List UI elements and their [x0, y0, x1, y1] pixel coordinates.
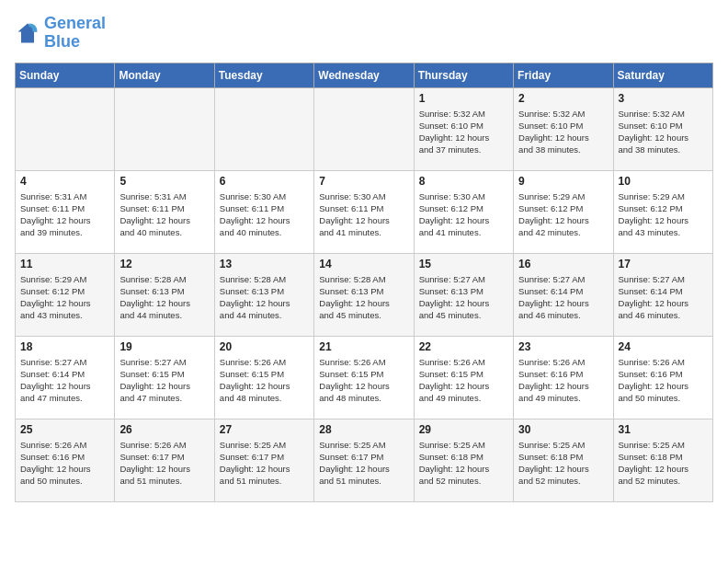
day-info: Sunrise: 5:30 AM Sunset: 6:11 PM Dayligh…: [319, 190, 408, 239]
day-info: Sunrise: 5:31 AM Sunset: 6:11 PM Dayligh…: [20, 190, 109, 239]
calendar-week-row: 11Sunrise: 5:29 AM Sunset: 6:12 PM Dayli…: [16, 253, 713, 336]
calendar-table: SundayMondayTuesdayWednesdayThursdayFrid…: [15, 63, 713, 502]
logo: General Blue: [15, 15, 106, 52]
day-number: 18: [20, 340, 109, 353]
day-info: Sunrise: 5:26 AM Sunset: 6:15 PM Dayligh…: [319, 356, 408, 405]
day-number: 27: [220, 423, 309, 436]
day-number: 10: [619, 175, 708, 188]
weekday-header-thursday: Thursday: [414, 63, 513, 87]
day-info: Sunrise: 5:27 AM Sunset: 6:14 PM Dayligh…: [518, 273, 608, 322]
day-number: 12: [119, 258, 209, 270]
calendar-cell: 15Sunrise: 5:27 AM Sunset: 6:13 PM Dayli…: [414, 253, 513, 336]
day-number: 5: [119, 175, 209, 188]
calendar-week-row: 18Sunrise: 5:27 AM Sunset: 6:14 PM Dayli…: [16, 336, 713, 419]
day-number: 16: [518, 258, 608, 270]
day-info: Sunrise: 5:27 AM Sunset: 6:14 PM Dayligh…: [619, 273, 708, 322]
day-number: 30: [518, 423, 608, 436]
day-info: Sunrise: 5:26 AM Sunset: 6:15 PM Dayligh…: [220, 356, 309, 405]
day-info: Sunrise: 5:27 AM Sunset: 6:13 PM Dayligh…: [419, 273, 508, 322]
calendar-cell: 18Sunrise: 5:27 AM Sunset: 6:14 PM Dayli…: [16, 336, 115, 419]
weekday-header-friday: Friday: [514, 63, 613, 87]
calendar-cell: 29Sunrise: 5:25 AM Sunset: 6:18 PM Dayli…: [414, 419, 513, 501]
day-number: 24: [619, 340, 708, 353]
day-number: 29: [419, 423, 508, 436]
day-number: 3: [619, 92, 708, 105]
day-info: Sunrise: 5:27 AM Sunset: 6:14 PM Dayligh…: [20, 356, 109, 405]
day-info: Sunrise: 5:26 AM Sunset: 6:16 PM Dayligh…: [20, 439, 109, 488]
calendar-cell: 24Sunrise: 5:26 AM Sunset: 6:16 PM Dayli…: [613, 336, 712, 419]
day-info: Sunrise: 5:25 AM Sunset: 6:18 PM Dayligh…: [619, 439, 708, 488]
calendar-cell: 14Sunrise: 5:28 AM Sunset: 6:13 PM Dayli…: [314, 253, 414, 336]
weekday-header-saturday: Saturday: [613, 63, 712, 87]
calendar-week-row: 4Sunrise: 5:31 AM Sunset: 6:11 PM Daylig…: [16, 170, 713, 253]
calendar-cell: 22Sunrise: 5:26 AM Sunset: 6:15 PM Dayli…: [414, 336, 513, 419]
calendar-cell: 12Sunrise: 5:28 AM Sunset: 6:13 PM Dayli…: [115, 253, 214, 336]
day-info: Sunrise: 5:26 AM Sunset: 6:16 PM Dayligh…: [619, 356, 708, 405]
weekday-header-monday: Monday: [115, 63, 214, 87]
calendar-cell: [314, 87, 414, 170]
day-number: 11: [20, 258, 109, 270]
day-info: Sunrise: 5:29 AM Sunset: 6:12 PM Dayligh…: [20, 273, 109, 322]
calendar-cell: [115, 87, 214, 170]
calendar-cell: 1Sunrise: 5:32 AM Sunset: 6:10 PM Daylig…: [414, 87, 513, 170]
day-info: Sunrise: 5:32 AM Sunset: 6:10 PM Dayligh…: [619, 108, 708, 156]
calendar-week-row: 25Sunrise: 5:26 AM Sunset: 6:16 PM Dayli…: [16, 419, 713, 501]
calendar-cell: 28Sunrise: 5:25 AM Sunset: 6:17 PM Dayli…: [314, 419, 414, 501]
day-info: Sunrise: 5:29 AM Sunset: 6:12 PM Dayligh…: [619, 190, 708, 239]
calendar-week-row: 1Sunrise: 5:32 AM Sunset: 6:10 PM Daylig…: [16, 87, 713, 170]
logo-text: General Blue: [44, 15, 106, 52]
day-number: 17: [619, 258, 708, 270]
day-number: 2: [518, 92, 608, 105]
calendar-cell: 23Sunrise: 5:26 AM Sunset: 6:16 PM Dayli…: [514, 336, 613, 419]
day-info: Sunrise: 5:25 AM Sunset: 6:18 PM Dayligh…: [518, 439, 608, 488]
calendar-cell: 7Sunrise: 5:30 AM Sunset: 6:11 PM Daylig…: [314, 170, 414, 253]
day-number: 23: [518, 340, 608, 353]
calendar-cell: 3Sunrise: 5:32 AM Sunset: 6:10 PM Daylig…: [613, 87, 712, 170]
day-number: 13: [220, 258, 309, 270]
calendar-cell: [16, 87, 115, 170]
day-number: 15: [419, 258, 508, 270]
weekday-header-sunday: Sunday: [16, 63, 115, 87]
day-info: Sunrise: 5:30 AM Sunset: 6:11 PM Dayligh…: [220, 190, 309, 239]
weekday-header-wednesday: Wednesday: [314, 63, 414, 87]
calendar-cell: 27Sunrise: 5:25 AM Sunset: 6:17 PM Dayli…: [214, 419, 313, 501]
calendar-cell: 10Sunrise: 5:29 AM Sunset: 6:12 PM Dayli…: [613, 170, 712, 253]
calendar-cell: 8Sunrise: 5:30 AM Sunset: 6:12 PM Daylig…: [414, 170, 513, 253]
day-number: 26: [119, 423, 209, 436]
day-number: 21: [319, 340, 408, 353]
day-number: 31: [619, 423, 708, 436]
calendar-cell: 30Sunrise: 5:25 AM Sunset: 6:18 PM Dayli…: [514, 419, 613, 501]
day-info: Sunrise: 5:31 AM Sunset: 6:11 PM Dayligh…: [119, 190, 209, 239]
calendar-cell: [214, 87, 313, 170]
day-info: Sunrise: 5:26 AM Sunset: 6:17 PM Dayligh…: [119, 439, 209, 488]
day-info: Sunrise: 5:28 AM Sunset: 6:13 PM Dayligh…: [119, 273, 209, 322]
day-info: Sunrise: 5:32 AM Sunset: 6:10 PM Dayligh…: [419, 108, 508, 156]
calendar-cell: 26Sunrise: 5:26 AM Sunset: 6:17 PM Dayli…: [115, 419, 214, 501]
day-number: 19: [119, 340, 209, 353]
page-header: General Blue: [15, 15, 713, 52]
day-number: 8: [419, 175, 508, 188]
calendar-cell: 4Sunrise: 5:31 AM Sunset: 6:11 PM Daylig…: [16, 170, 115, 253]
day-number: 22: [419, 340, 508, 353]
calendar-cell: 20Sunrise: 5:26 AM Sunset: 6:15 PM Dayli…: [214, 336, 313, 419]
day-info: Sunrise: 5:28 AM Sunset: 6:13 PM Dayligh…: [319, 273, 408, 322]
day-info: Sunrise: 5:30 AM Sunset: 6:12 PM Dayligh…: [419, 190, 508, 239]
calendar-cell: 13Sunrise: 5:28 AM Sunset: 6:13 PM Dayli…: [214, 253, 313, 336]
day-number: 14: [319, 258, 408, 270]
day-number: 28: [319, 423, 408, 436]
calendar-cell: 19Sunrise: 5:27 AM Sunset: 6:15 PM Dayli…: [115, 336, 214, 419]
day-info: Sunrise: 5:28 AM Sunset: 6:13 PM Dayligh…: [220, 273, 309, 322]
day-number: 6: [220, 175, 309, 188]
day-info: Sunrise: 5:27 AM Sunset: 6:15 PM Dayligh…: [119, 356, 209, 405]
day-info: Sunrise: 5:25 AM Sunset: 6:17 PM Dayligh…: [319, 439, 408, 488]
calendar-cell: 2Sunrise: 5:32 AM Sunset: 6:10 PM Daylig…: [514, 87, 613, 170]
calendar-cell: 31Sunrise: 5:25 AM Sunset: 6:18 PM Dayli…: [613, 419, 712, 501]
calendar-cell: 6Sunrise: 5:30 AM Sunset: 6:11 PM Daylig…: [214, 170, 313, 253]
day-number: 9: [518, 175, 608, 188]
day-info: Sunrise: 5:26 AM Sunset: 6:16 PM Dayligh…: [518, 356, 608, 405]
day-number: 1: [419, 92, 508, 105]
day-info: Sunrise: 5:25 AM Sunset: 6:18 PM Dayligh…: [419, 439, 508, 488]
logo-icon: [15, 20, 40, 46]
day-number: 7: [319, 175, 408, 188]
calendar-cell: 16Sunrise: 5:27 AM Sunset: 6:14 PM Dayli…: [514, 253, 613, 336]
